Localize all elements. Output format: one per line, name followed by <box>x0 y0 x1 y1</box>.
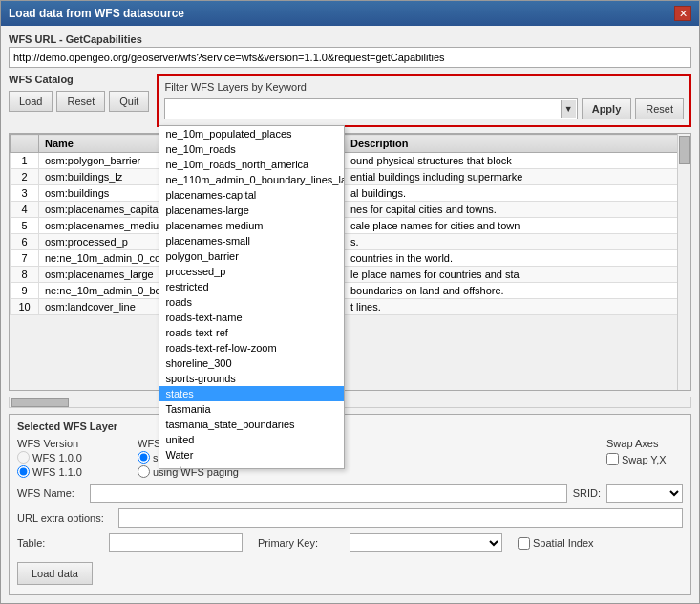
url-extra-input[interactable] <box>118 508 683 528</box>
wfs-name-input[interactable] <box>90 484 567 503</box>
dropdown-item-7[interactable]: placenames-small <box>159 233 344 248</box>
wfs-version-10-text: WFS 1.0.0 <box>32 452 82 464</box>
dropdown-item-15[interactable]: shoreline_300 <box>159 356 344 371</box>
wfs-version-10-label: WFS 1.0.0 <box>17 451 122 464</box>
dropdown-item-1[interactable]: ne_10m_roads <box>159 141 344 157</box>
dropdown-item-18[interactable]: Tasmania <box>159 401 344 417</box>
reset-catalog-button[interactable]: Reset <box>56 91 105 112</box>
dropdown-item-16[interactable]: sports-grounds <box>159 371 344 386</box>
dropdown-item-2[interactable]: ne_10m_roads_north_america <box>159 157 344 172</box>
wfs-catalog-box: WFS Catalog Load Reset Quit <box>9 74 149 112</box>
wfs-name-row: WFS Name: SRID: <box>17 484 683 503</box>
spatial-index-checkbox[interactable] <box>518 537 530 550</box>
primary-key-select[interactable] <box>350 533 502 552</box>
dropdown-item-13[interactable]: roads-text-ref <box>159 325 344 340</box>
swap-axes-col: Swap Axes Swap Y,X <box>606 438 683 465</box>
table-row[interactable]: 10 osm:landcover_line Cutli... t lines. <box>11 299 690 315</box>
request-paging-radio[interactable] <box>138 465 150 478</box>
catalog-label: WFS Catalog <box>9 74 149 85</box>
cell-desc: s. <box>345 234 690 250</box>
request-single-radio[interactable] <box>138 451 150 464</box>
version-request-row: WFS Version WFS 1.0.0 WFS 1.1.0 WFS requ… <box>17 438 683 478</box>
dropdown-item-21[interactable]: Water <box>159 447 344 463</box>
col-header-num <box>11 135 39 153</box>
url-extra-row: URL extra options: <box>17 508 683 528</box>
table-label: Table: <box>17 537 94 549</box>
table-row[interactable]: 4 osm:placenames_capital Capi... nes for… <box>11 202 690 218</box>
dropdown-item-19[interactable]: tasmania_state_boundaries <box>159 417 344 432</box>
window-title: Load data from WFS datasource <box>9 7 184 20</box>
url-extra-label: URL extra options: <box>17 512 113 524</box>
selected-layer-section: Selected WFS Layer WFS Version WFS 1.0.0… <box>9 414 691 595</box>
dropdown-item-10[interactable]: restricted <box>159 279 344 294</box>
table-row[interactable]: 2 osm:buildings_lz Build... ential build… <box>11 169 690 185</box>
table-row[interactable]: 5 osm:placenames_medium Cities... cale p… <box>11 218 690 234</box>
table-input[interactable] <box>109 533 243 552</box>
reset-filter-button[interactable]: Reset <box>635 98 684 119</box>
table-row[interactable]: 8 osm:placenames_large Cour... le place … <box>11 267 690 283</box>
url-row <box>9 47 691 68</box>
cell-num: 6 <box>11 234 39 250</box>
content-area: WFS URL - GetCapabilities WFS Catalog Lo… <box>1 26 699 603</box>
wfs-version-label: WFS Version <box>17 438 122 449</box>
quit-button[interactable]: Quit <box>109 91 149 112</box>
srid-select[interactable] <box>606 484 683 503</box>
swap-yx-label: Swap Y,X <box>606 453 667 465</box>
cell-num: 2 <box>11 169 39 185</box>
table-row[interactable]: 3 osm:buildings Buildi... al buildings. <box>11 185 690 202</box>
dropdown-item-5[interactable]: placenames-large <box>159 203 344 218</box>
url-input[interactable] <box>9 47 691 68</box>
selected-section-title: Selected WFS Layer <box>17 421 683 432</box>
h-scroll-bar[interactable] <box>9 397 691 408</box>
cell-num: 1 <box>11 153 39 169</box>
scrollbar-thumb <box>679 136 690 164</box>
top-section: WFS Catalog Load Reset Quit Filter WFS L… <box>9 74 691 127</box>
dropdown-item-20[interactable]: united <box>159 432 344 447</box>
table-scrollbar-v[interactable] <box>677 134 690 390</box>
srid-label: SRID: <box>573 487 601 499</box>
dropdown-item-12[interactable]: roads-text-name <box>159 310 344 325</box>
spatial-index-label: Spatial Index <box>518 537 594 550</box>
dropdown-item-6[interactable]: placenames-medium <box>159 218 344 233</box>
dropdown-item-14[interactable]: roads-text-ref-low-zoom <box>159 340 344 356</box>
dropdown-item-3[interactable]: ne_110m_admin_0_boundary_lines_la <box>159 172 344 187</box>
dropdown-item-17[interactable]: states <box>159 386 344 401</box>
data-table: Name Title Description 1 osm:polygon_bar… <box>10 134 690 315</box>
catalog-buttons: Load Reset Quit <box>9 91 149 112</box>
table-row[interactable]: 9 ne:ne_10m_admin_0_boundary_lines_land … <box>11 283 690 299</box>
wfs-version-11-text: WFS 1.1.0 <box>32 466 82 478</box>
load-data-button[interactable]: Load data <box>17 562 93 585</box>
cell-desc: countries in the world. <box>345 250 690 267</box>
dropdown-item-8[interactable]: polygon_barrier <box>159 248 344 264</box>
dropdown-item-0[interactable]: ne_10m_populated_places <box>159 126 344 141</box>
cell-desc: al buildings. <box>345 185 690 202</box>
swap-yx-checkbox[interactable] <box>606 453 619 465</box>
swap-yx-text: Swap Y,X <box>622 454 667 465</box>
dropdown-item-11[interactable]: roads <box>159 294 344 310</box>
load-button[interactable]: Load <box>9 91 53 112</box>
close-button[interactable]: ✕ <box>674 6 691 21</box>
wfs-version-11-radio[interactable] <box>17 465 30 478</box>
cell-num: 9 <box>11 283 39 299</box>
dropdown-item-22[interactable]: water-areas <box>159 463 344 469</box>
table-row[interactable]: 1 osm:polygon_barrier Barri... ound phys… <box>11 153 690 169</box>
filter-input-wrapper: ▼ <box>164 98 577 119</box>
primary-key-label: Primary Key: <box>258 537 334 549</box>
table-row[interactable]: 6 osm:processed_p Coas... s. <box>11 234 690 250</box>
filter-dropdown-arrow[interactable]: ▼ <box>561 100 576 118</box>
filter-input[interactable] <box>164 98 577 119</box>
main-window: Load data from WFS datasource ✕ WFS URL … <box>0 0 700 604</box>
table-row[interactable]: 7 ne:ne_10m_admin_0_countries Cour... co… <box>11 250 690 267</box>
cell-desc: t lines. <box>345 299 690 315</box>
swap-axes-label: Swap Axes <box>606 438 683 449</box>
filter-dropdown-list: ne_10m_populated_places ne_10m_roads ne_… <box>159 125 345 469</box>
dropdown-item-4[interactable]: placenames-capital <box>159 187 344 203</box>
spatial-index-text: Spatial Index <box>533 537 594 549</box>
wfs-version-10-radio[interactable] <box>17 451 30 464</box>
bottom-form-row: Table: Primary Key: Spatial Index <box>17 533 683 552</box>
dropdown-item-9[interactable]: processed_p <box>159 264 344 279</box>
apply-button[interactable]: Apply <box>582 98 632 119</box>
cell-desc: ound physical structures that block <box>345 153 690 169</box>
table-inner: Name Title Description 1 osm:polygon_bar… <box>10 134 690 390</box>
cell-num: 3 <box>11 185 39 202</box>
